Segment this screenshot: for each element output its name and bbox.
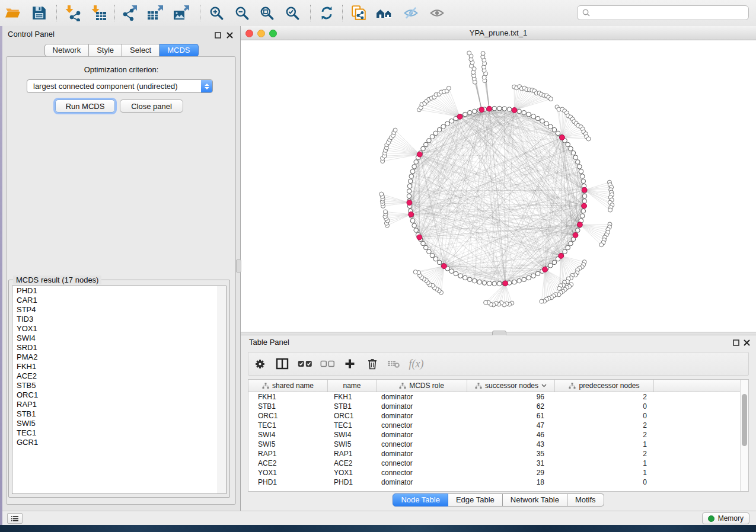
close-panel-action-button[interactable]: Close panel: [120, 100, 183, 113]
list-item[interactable]: GCR1: [12, 438, 226, 447]
table-row[interactable]: SWI4SWI4dominator462: [248, 430, 748, 440]
list-item[interactable]: PMA2: [12, 352, 226, 362]
graph-node[interactable]: [497, 281, 502, 286]
graph-node[interactable]: [473, 109, 477, 114]
table-scrollbar[interactable]: [740, 380, 748, 491]
graph-node[interactable]: [414, 228, 419, 233]
zoom-out-button[interactable]: [232, 3, 252, 23]
table-row[interactable]: PHD1PHD1dominator180: [248, 477, 748, 487]
graph-leaf-node[interactable]: [599, 243, 604, 247]
graph-node[interactable]: [412, 223, 417, 228]
column-header-successor-nodes[interactable]: successor nodes: [467, 380, 555, 392]
graph-node[interactable]: [409, 174, 414, 179]
column-header-shared-name[interactable]: shared name: [248, 380, 328, 392]
select-all-columns-button[interactable]: [295, 352, 315, 375]
graph-node[interactable]: [414, 160, 419, 165]
graph-node[interactable]: [507, 107, 512, 112]
graph-hub-node[interactable]: [442, 264, 447, 269]
graph-node[interactable]: [427, 249, 432, 254]
graph-hub-node[interactable]: [417, 152, 422, 157]
list-item[interactable]: CAR1: [12, 296, 226, 305]
graph-node[interactable]: [517, 278, 522, 283]
graph-node[interactable]: [492, 106, 497, 111]
graph-node[interactable]: [556, 131, 560, 136]
table-scrollbar-thumb[interactable]: [742, 394, 747, 446]
tab-motifs[interactable]: Motifs: [567, 493, 604, 507]
graph-node[interactable]: [477, 280, 482, 284]
graph-leaf-node[interactable]: [484, 300, 488, 305]
function-builder-button[interactable]: f(x): [406, 352, 426, 375]
table-row[interactable]: TEC1TEC1connector472: [248, 421, 748, 430]
graph-node[interactable]: [412, 165, 417, 169]
graph-node[interactable]: [512, 280, 517, 284]
list-item[interactable]: ACE2: [12, 371, 226, 381]
graph-node[interactable]: [569, 241, 573, 246]
graph-node[interactable]: [527, 275, 531, 280]
table-settings-button[interactable]: [250, 352, 270, 375]
search-input[interactable]: [594, 8, 744, 18]
graph-hub-node[interactable]: [503, 281, 508, 286]
graph-node[interactable]: [535, 116, 540, 121]
graph-node[interactable]: [407, 194, 412, 198]
graph-leaf-node[interactable]: [384, 210, 388, 214]
list-item[interactable]: STB5: [12, 381, 226, 390]
graph-node[interactable]: [582, 199, 587, 204]
graph-node[interactable]: [463, 275, 468, 280]
column-header-MCDS-role[interactable]: MCDS role: [377, 380, 467, 392]
list-item[interactable]: SWI5: [12, 419, 226, 428]
memory-button[interactable]: Memory: [702, 512, 749, 524]
tab-edge-table[interactable]: Edge Table: [448, 493, 503, 507]
graph-hub-node[interactable]: [559, 254, 564, 259]
graph-hub-node[interactable]: [582, 203, 587, 209]
graph-hub-node[interactable]: [560, 135, 565, 140]
list-item[interactable]: TEC1: [12, 428, 226, 438]
list-item[interactable]: FKH1: [12, 362, 226, 371]
list-item[interactable]: STB1: [12, 409, 226, 419]
graph-node[interactable]: [430, 134, 435, 139]
graph-node[interactable]: [487, 281, 492, 286]
graph-hub-node[interactable]: [417, 235, 422, 240]
list-item[interactable]: YOX1: [12, 324, 226, 334]
graph-node[interactable]: [522, 110, 527, 115]
table-row[interactable]: SWI5SWI5connector431: [248, 440, 748, 449]
graph-node[interactable]: [430, 253, 435, 258]
duplicate-network-button[interactable]: [349, 3, 369, 23]
list-item[interactable]: RAP1: [12, 400, 226, 409]
graph-node[interactable]: [579, 169, 583, 174]
list-item[interactable]: TID3: [12, 315, 226, 324]
graph-node[interactable]: [407, 189, 412, 194]
graph-node[interactable]: [569, 146, 573, 151]
graph-node[interactable]: [540, 119, 545, 124]
graph-node[interactable]: [421, 241, 426, 246]
show-button[interactable]: [427, 3, 447, 23]
import-network-button[interactable]: [62, 3, 82, 23]
export-image-button[interactable]: [171, 3, 192, 23]
graph-node[interactable]: [576, 160, 580, 165]
list-scrollbar[interactable]: [218, 286, 226, 493]
list-item[interactable]: SRD1: [12, 343, 226, 352]
table-row[interactable]: YOX1YOX1connector291: [248, 468, 748, 477]
graph-leaf-node[interactable]: [413, 270, 417, 274]
list-item[interactable]: SWI4: [12, 334, 226, 343]
graph-leaf-node[interactable]: [481, 52, 485, 56]
export-network-button[interactable]: [119, 3, 139, 23]
list-item[interactable]: ORC1: [12, 390, 226, 400]
tab-style[interactable]: Style: [89, 44, 122, 57]
mcds-result-list[interactable]: PHD1CAR1STP4TID3YOX1SWI4SRD1PMA2FKH1ACE2…: [12, 286, 227, 494]
neighbors-button[interactable]: [375, 3, 395, 23]
graph-node[interactable]: [482, 281, 487, 286]
graph-node[interactable]: [473, 278, 477, 283]
graph-node[interactable]: [437, 260, 442, 265]
vertical-splitter-grip[interactable]: [236, 259, 241, 273]
graph-node[interactable]: [527, 112, 531, 117]
graph-leaf-node[interactable]: [548, 97, 553, 101]
graph-hub-node[interactable]: [578, 222, 583, 227]
delete-column-button[interactable]: [362, 352, 382, 375]
save-session-button[interactable]: [29, 3, 49, 23]
optimization-dropdown[interactable]: largest connected component (undirected): [27, 79, 213, 93]
graph-node[interactable]: [410, 219, 415, 223]
graph-node[interactable]: [580, 174, 585, 179]
graph-leaf-node[interactable]: [608, 208, 613, 212]
graph-node[interactable]: [424, 245, 429, 250]
graph-node[interactable]: [576, 228, 580, 233]
